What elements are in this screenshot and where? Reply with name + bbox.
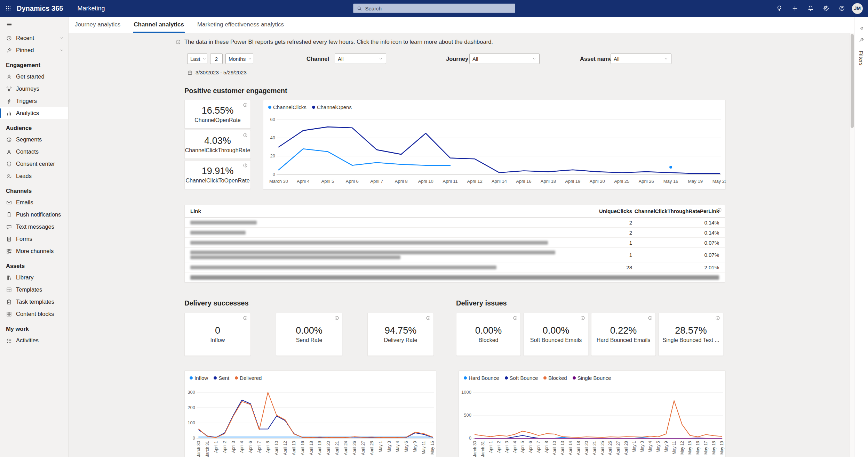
kpi-card-channelopenrate: 16.55%ChannelOpenRate xyxy=(184,100,251,129)
legend-item-single-bounce[interactable]: Single Bounce xyxy=(573,375,611,381)
delivery-line-chart[interactable]: 0100200300March 30March 31April 1April 2… xyxy=(185,385,437,457)
app-launcher-button[interactable] xyxy=(0,0,17,17)
scrollbar-thumb[interactable] xyxy=(851,34,854,128)
search-input[interactable] xyxy=(365,5,512,12)
asset-name-filter-select[interactable]: All xyxy=(611,54,671,64)
settings-button[interactable] xyxy=(821,3,832,14)
legend-dot xyxy=(268,106,271,109)
info-icon[interactable] xyxy=(242,132,248,138)
global-search[interactable] xyxy=(353,4,515,13)
sidebar-item-task-templates[interactable]: Task templates xyxy=(0,296,68,308)
svg-text:60: 60 xyxy=(270,117,275,122)
info-icon[interactable] xyxy=(717,207,722,213)
link-cell[interactable] xyxy=(190,229,559,236)
sidebar-item-analytics[interactable]: Analytics xyxy=(0,107,68,119)
lightbulb-icon xyxy=(776,5,783,12)
relative-range-unit-select[interactable]: Months xyxy=(225,54,253,64)
ideas-button[interactable] xyxy=(774,3,785,14)
sidebar-item-contacts[interactable]: Contacts xyxy=(0,146,68,158)
svg-text:April 16: April 16 xyxy=(300,441,305,455)
info-icon[interactable] xyxy=(242,102,248,108)
link-cell[interactable] xyxy=(190,274,719,281)
sidebar-item-label: Analytics xyxy=(16,110,39,116)
sidebar-item-triggers[interactable]: Triggers xyxy=(0,95,68,107)
hamburger-button[interactable] xyxy=(0,17,17,32)
sidebar-item-segments[interactable]: Segments xyxy=(0,133,68,146)
sidebar-item-forms[interactable]: Forms xyxy=(0,233,68,245)
sidebar-item-content-blocks[interactable]: Content blocks xyxy=(0,308,68,320)
app-name[interactable]: Marketing xyxy=(77,5,105,12)
date-range[interactable]: 3/30/2023 - 5/29/2023 xyxy=(187,70,247,75)
svg-text:May 5: May 5 xyxy=(656,441,661,452)
sidebar-item-text-messages[interactable]: Text messages xyxy=(0,221,68,233)
sidebar-item-label: Pinned xyxy=(16,47,34,54)
info-icon[interactable] xyxy=(175,39,181,45)
link-cell[interactable] xyxy=(190,239,559,246)
legend-item-sent[interactable]: Sent xyxy=(214,375,229,381)
relative-range-operator-select[interactable]: Last xyxy=(187,54,207,64)
chevron-down-icon[interactable] xyxy=(59,48,64,52)
kpi-label: Send Rate xyxy=(296,337,322,343)
analytics-tabs: Journey analyticsChannel analyticsMarket… xyxy=(69,17,854,33)
legend-item-hard-bounce[interactable]: Hard Bounce xyxy=(464,375,499,381)
legend-item-inflow[interactable]: Inflow xyxy=(190,375,208,381)
sidebar-item-templates[interactable]: Templates xyxy=(0,284,68,296)
info-icon[interactable] xyxy=(334,315,340,321)
svg-text:40: 40 xyxy=(270,135,275,140)
notifications-button[interactable] xyxy=(805,3,816,14)
info-icon[interactable] xyxy=(715,315,720,321)
svg-text:April 14: April 14 xyxy=(492,179,507,184)
info-icon[interactable] xyxy=(647,315,653,321)
tab-marketing-effectiveness-analytics[interactable]: Marketing effectiveness analytics xyxy=(197,17,285,33)
svg-text:April 21: April 21 xyxy=(335,441,340,455)
brand[interactable]: Dynamics 365 xyxy=(17,5,63,13)
channel-filter-select[interactable]: All xyxy=(335,54,386,64)
sidebar-item-label: Emails xyxy=(16,199,33,206)
link-cell[interactable] xyxy=(190,248,559,262)
sidebar-item-emails[interactable]: Emails xyxy=(0,196,68,209)
kpi-value: 4.03% xyxy=(204,136,231,146)
svg-text:0: 0 xyxy=(273,172,275,177)
bounce-line-chart[interactable]: 05001000March 30March 31April 1April 2Ap… xyxy=(459,385,726,457)
select-value: All xyxy=(472,56,478,62)
link-cell[interactable] xyxy=(190,219,559,226)
info-icon[interactable] xyxy=(425,315,431,321)
legend-item-channelclicks[interactable]: ChannelClicks xyxy=(268,104,306,110)
sidebar-item-get-started[interactable]: Get started xyxy=(0,71,68,83)
legend-item-blocked[interactable]: Blocked xyxy=(543,375,567,381)
info-icon[interactable] xyxy=(580,315,586,321)
chevron-down-icon[interactable] xyxy=(59,36,64,40)
info-icon[interactable] xyxy=(242,163,248,168)
svg-text:April 13: April 13 xyxy=(560,441,565,455)
sidebar-item-consent-center[interactable]: Consent center xyxy=(0,158,68,170)
kpi-label: ChannelClickToOpenRate xyxy=(185,178,249,184)
tab-channel-analytics[interactable]: Channel analytics xyxy=(133,17,185,33)
sidebar-item-activities[interactable]: Activities xyxy=(0,334,68,346)
legend-item-soft-bounce[interactable]: Soft Bounce xyxy=(505,375,538,381)
sidebar-item-journeys[interactable]: Journeys xyxy=(0,83,68,95)
info-icon[interactable] xyxy=(242,315,248,321)
legend-label: Soft Bounce xyxy=(510,375,538,381)
add-button[interactable] xyxy=(789,3,801,14)
sidebar-item-recent[interactable]: Recent xyxy=(0,32,68,44)
sidebar-item-leads[interactable]: Leads xyxy=(0,170,68,182)
tab-journey-analytics[interactable]: Journey analytics xyxy=(74,17,121,33)
legend-item-delivered[interactable]: Delivered xyxy=(235,375,262,381)
sidebar-item-pinned[interactable]: Pinned xyxy=(0,44,68,56)
engagement-line-chart[interactable]: 0204060March 30April 4April 5April 6Apri… xyxy=(263,115,726,190)
info-icon[interactable] xyxy=(512,315,518,321)
relative-range-value-input[interactable] xyxy=(210,54,223,64)
form-icon xyxy=(6,236,12,242)
sidebar-item-more-channels[interactable]: More channels xyxy=(0,245,68,257)
legend-dot xyxy=(573,376,576,380)
pin-filters-button[interactable] xyxy=(857,35,866,44)
link-cell[interactable] xyxy=(190,264,559,271)
sidebar-item-push-notifications[interactable]: Push notifications xyxy=(0,209,68,221)
table-row: 10.07% xyxy=(185,248,725,262)
legend-item-channelopens[interactable]: ChannelOpens xyxy=(312,104,352,110)
help-button[interactable] xyxy=(836,3,847,14)
sidebar-item-library[interactable]: Library xyxy=(0,271,68,284)
journey-filter-select[interactable]: All xyxy=(469,54,540,64)
avatar[interactable]: JM xyxy=(852,3,863,14)
expand-filters-button[interactable] xyxy=(857,24,866,33)
